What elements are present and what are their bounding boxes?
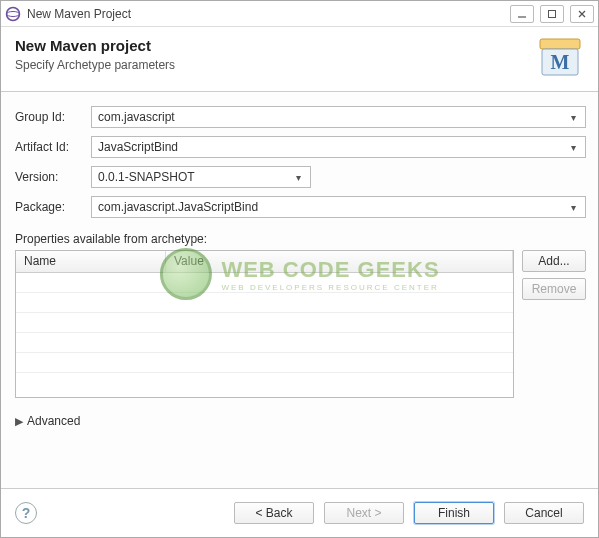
next-button: Next > (324, 502, 404, 524)
help-icon[interactable]: ? (15, 502, 37, 524)
column-value[interactable]: Value (166, 251, 513, 272)
minimize-button[interactable] (510, 5, 534, 23)
remove-button: Remove (522, 278, 586, 300)
version-input[interactable]: 0.0.1-SNAPSHOT ▾ (91, 166, 311, 188)
group-id-value: com.javascript (98, 110, 565, 124)
wizard-body: Group Id: com.javascript ▾ Artifact Id: … (1, 92, 598, 488)
wizard-header: New Maven project Specify Archetype para… (1, 27, 598, 92)
advanced-toggle[interactable]: ▶ Advanced (15, 414, 586, 428)
table-row (16, 273, 513, 293)
close-button[interactable] (570, 5, 594, 23)
chevron-down-icon: ▾ (290, 167, 306, 187)
table-row (16, 353, 513, 373)
column-name[interactable]: Name (16, 251, 166, 272)
titlebar: New Maven Project (1, 1, 598, 27)
add-button[interactable]: Add... (522, 250, 586, 272)
properties-label: Properties available from archetype: (15, 232, 586, 246)
dialog-window: New Maven Project New Maven project Spec… (0, 0, 599, 538)
group-id-input[interactable]: com.javascript ▾ (91, 106, 586, 128)
table-row (16, 313, 513, 333)
package-label: Package: (15, 200, 91, 214)
chevron-down-icon: ▾ (565, 197, 581, 217)
artifact-id-label: Artifact Id: (15, 140, 91, 154)
artifact-id-value: JavaScriptBind (98, 140, 565, 154)
chevron-down-icon: ▾ (565, 137, 581, 157)
package-value: com.javascript.JavaScriptBind (98, 200, 565, 214)
page-title: New Maven project (15, 37, 175, 54)
table-row (16, 293, 513, 313)
table-row (16, 333, 513, 353)
svg-text:M: M (551, 51, 570, 73)
properties-table-body (16, 273, 513, 397)
svg-rect-3 (549, 10, 556, 17)
version-label: Version: (15, 170, 91, 184)
advanced-label: Advanced (27, 414, 80, 428)
package-input[interactable]: com.javascript.JavaScriptBind ▾ (91, 196, 586, 218)
svg-rect-6 (540, 39, 580, 49)
window-title: New Maven Project (27, 7, 510, 21)
svg-point-1 (7, 11, 20, 16)
app-icon (5, 6, 21, 22)
back-button[interactable]: < Back (234, 502, 314, 524)
caret-right-icon: ▶ (15, 415, 23, 428)
svg-point-0 (7, 7, 20, 20)
maximize-button[interactable] (540, 5, 564, 23)
properties-table[interactable]: Name Value (15, 250, 514, 398)
wizard-footer: ? < Back Next > Finish Cancel (1, 489, 598, 537)
version-value: 0.0.1-SNAPSHOT (98, 170, 290, 184)
chevron-down-icon: ▾ (565, 107, 581, 127)
maven-icon: M (536, 37, 584, 79)
page-subtitle: Specify Archetype parameters (15, 58, 175, 72)
finish-button[interactable]: Finish (414, 502, 494, 524)
cancel-button[interactable]: Cancel (504, 502, 584, 524)
artifact-id-input[interactable]: JavaScriptBind ▾ (91, 136, 586, 158)
group-id-label: Group Id: (15, 110, 91, 124)
